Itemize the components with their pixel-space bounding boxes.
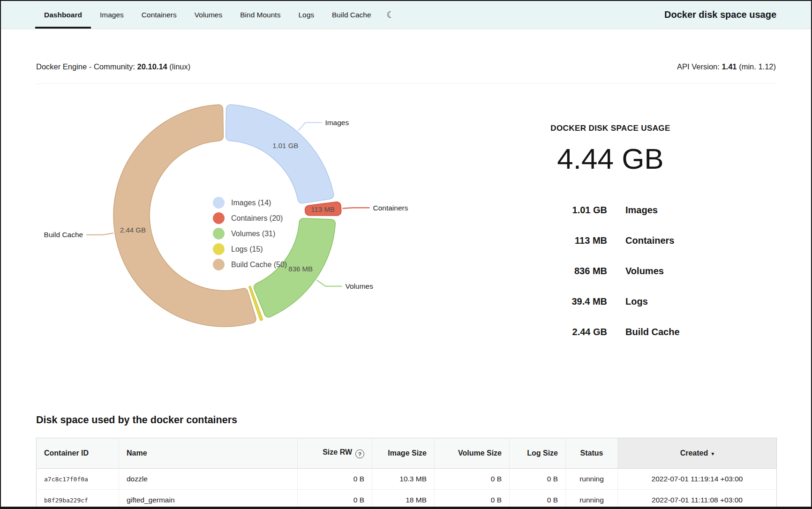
cell-container-id: a7c8c17f0f0a: [37, 469, 119, 490]
summary-total: 4.44 GB: [498, 143, 723, 174]
legend-label: Containers (20): [231, 214, 283, 223]
summary-size: 1.01 GB: [498, 205, 607, 216]
legend-item-images: Images (14): [213, 195, 287, 210]
callout-label-build-cache: Build Cache: [44, 231, 83, 239]
summary-size: 836 MB: [498, 266, 607, 277]
summary-label: Logs: [625, 296, 723, 307]
table-row: a7c8c17f0f0a dozzle 0 B 10.3 MB 0 B 0 B …: [37, 469, 777, 490]
callout-label-containers: Containers: [373, 204, 408, 212]
legend-swatch-build-cache: [213, 259, 225, 270]
segment-value-label: 113 MB: [311, 205, 335, 213]
col-header-label: Size RW: [323, 448, 352, 456]
callout-label-volumes: Volumes: [346, 282, 374, 290]
cell-name: gifted_germain: [119, 490, 298, 509]
legend-label: Build Cache (50): [231, 261, 287, 269]
legend-swatch-images: [213, 197, 225, 209]
legend-swatch-volumes: [213, 228, 225, 240]
summary-label: Build Cache: [625, 327, 723, 337]
cell-container-id: b8f29ba229cf: [37, 490, 119, 509]
cell-volume-size: 0 B: [435, 490, 510, 509]
segment-value-label: 836 MB: [288, 265, 313, 273]
cell-status: running: [566, 490, 618, 509]
legend-label: Volumes (31): [231, 230, 275, 238]
chart-legend: Images (14) Containers (20) Volumes (31)…: [213, 195, 287, 272]
callout-line-volumes: [317, 280, 341, 286]
summary-row-logs: 39.4 MB Logs: [498, 286, 723, 317]
legend-swatch-logs: [213, 243, 225, 255]
col-header-container-id[interactable]: Container ID: [37, 438, 119, 469]
cell-image-size: 18 MB: [372, 490, 435, 509]
callout-line-containers: [343, 208, 369, 208]
summary-size: 2.44 GB: [498, 327, 607, 337]
col-header-status[interactable]: Status: [566, 438, 618, 469]
summary-rows: 1.01 GB Images 113 MB Containers 836 MB …: [498, 195, 723, 347]
sort-desc-icon: ▾: [711, 450, 714, 457]
cell-size-rw: 0 B: [298, 490, 372, 509]
summary-row-volumes: 836 MB Volumes: [498, 256, 723, 286]
legend-item-build-cache: Build Cache (50): [213, 257, 287, 272]
legend-label: Logs (15): [231, 245, 263, 254]
col-header-size-rw[interactable]: Size RW?: [298, 438, 372, 469]
summary-size: 113 MB: [498, 235, 607, 246]
containers-table: Container ID Name Size RW? Image Size Vo…: [36, 438, 777, 509]
col-header-volume-size[interactable]: Volume Size: [435, 438, 510, 469]
table-header-row: Container ID Name Size RW? Image Size Vo…: [37, 438, 777, 469]
legend-item-logs: Logs (15): [213, 241, 287, 257]
col-header-log-size[interactable]: Log Size: [510, 438, 566, 469]
app-window: Dashboard Images Containers Volumes Bind…: [0, 0, 812, 509]
summary-row-containers: 113 MB Containers: [498, 225, 723, 256]
cell-volume-size: 0 B: [435, 469, 510, 490]
cell-status: running: [566, 469, 618, 490]
disk-usage-summary: DOCKER DISK SPACE USAGE 4.44 GB 1.01 GB …: [498, 124, 723, 347]
table-row: b8f29ba229cf gifted_germain 0 B 18 MB 0 …: [37, 490, 777, 509]
col-header-created[interactable]: Created▾: [618, 438, 777, 469]
segment-value-label: 1.01 GB: [272, 142, 298, 150]
callout-label-images: Images: [325, 119, 349, 127]
summary-size: 39.4 MB: [498, 296, 607, 307]
section-title: Disk space used by the docker containers: [36, 413, 776, 427]
summary-heading: DOCKER DISK SPACE USAGE: [498, 124, 723, 133]
summary-label: Containers: [625, 235, 723, 246]
legend-swatch-containers: [213, 212, 225, 224]
legend-label: Images (14): [231, 199, 271, 207]
cell-image-size: 10.3 MB: [372, 469, 435, 490]
cell-size-rw: 0 B: [298, 469, 372, 490]
segment-value-label: 2.44 GB: [120, 226, 146, 234]
callout-line-build-cache: [87, 233, 113, 235]
col-header-label: Created: [680, 449, 708, 457]
col-header-name[interactable]: Name: [119, 438, 298, 469]
summary-label: Volumes: [625, 266, 723, 277]
containers-table-section: Disk space used by the docker containers…: [36, 413, 776, 509]
summary-row-images: 1.01 GB Images: [498, 195, 723, 225]
cell-created: 2022-07-01 11:19:14 +03:00: [618, 469, 777, 490]
col-header-image-size[interactable]: Image Size: [372, 438, 435, 469]
cell-created: 2022-07-01 11:11:08 +03:00: [618, 490, 777, 509]
summary-row-build-cache: 2.44 GB Build Cache: [498, 317, 723, 347]
legend-item-volumes: Volumes (31): [213, 226, 287, 241]
help-icon[interactable]: ?: [355, 449, 364, 458]
callout-line-images: [299, 122, 321, 130]
cell-name: dozzle: [119, 469, 298, 490]
cell-log-size: 0 B: [510, 469, 566, 490]
summary-label: Images: [625, 205, 723, 216]
cell-log-size: 0 B: [510, 490, 566, 509]
donut-segment-images[interactable]: [226, 105, 334, 203]
legend-item-containers: Containers (20): [213, 210, 287, 226]
